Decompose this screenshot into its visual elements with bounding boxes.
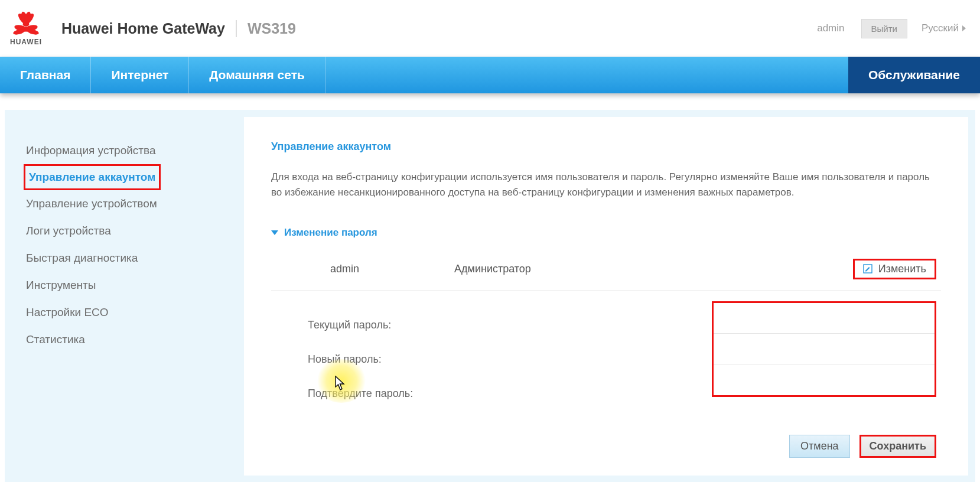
page-description: Для входа на веб-страницу конфигурации и…	[271, 170, 941, 201]
new-password-input[interactable]	[714, 334, 935, 364]
user-row-username: admin	[271, 263, 454, 275]
sidebar-item-quick-diagnostics[interactable]: Быстрая диагностика	[24, 245, 226, 272]
nav-maintenance[interactable]: Обслуживание	[848, 57, 980, 93]
confirm-password-label: Подтвердите пароль:	[308, 387, 568, 400]
model-name: WS319	[236, 20, 296, 37]
huawei-logo-icon	[8, 11, 44, 37]
current-user: admin	[817, 22, 844, 34]
user-row-role: Администратор	[454, 263, 679, 275]
language-selector[interactable]: Русский	[922, 22, 966, 34]
cancel-button[interactable]: Отмена	[789, 435, 850, 458]
edit-user-button[interactable]: Изменить	[853, 259, 936, 279]
change-password-section-label: Изменение пароля	[284, 227, 377, 239]
brand-logo: HUAWEI	[8, 11, 44, 46]
sidebar-item-statistics[interactable]: Статистика	[24, 326, 226, 353]
new-password-label: Новый пароль:	[308, 353, 568, 366]
main-nav: Главная Интернет Домашняя сеть Обслужива…	[0, 57, 980, 93]
language-label: Русский	[922, 22, 959, 34]
sidebar-item-device-info[interactable]: Информация устройства	[24, 137, 226, 164]
edit-user-label: Изменить	[878, 263, 926, 275]
password-inputs-group	[712, 301, 936, 397]
edit-icon	[863, 264, 872, 273]
nav-home-network[interactable]: Домашняя сеть	[189, 57, 325, 93]
sidebar-item-account-management[interactable]: Управление аккаунтом	[24, 164, 161, 190]
password-form: Текущий пароль: Новый пароль: Подтвердит…	[271, 291, 941, 411]
page-title: Управление аккаунтом	[271, 141, 941, 153]
content-area: Информация устройства Управление аккаунт…	[5, 110, 975, 482]
change-password-section-toggle[interactable]: Изменение пароля	[271, 227, 941, 239]
sidebar-item-tools[interactable]: Инструменты	[24, 272, 226, 299]
sidebar-item-device-management[interactable]: Управление устройством	[24, 190, 226, 217]
logout-button[interactable]: Выйти	[861, 19, 907, 38]
chevron-down-icon	[271, 230, 278, 235]
confirm-password-input[interactable]	[714, 364, 935, 395]
user-row: admin Администратор Изменить	[271, 255, 941, 291]
sidebar-item-eco-settings[interactable]: Настройки ECO	[24, 299, 226, 326]
save-button[interactable]: Сохранить	[859, 435, 936, 458]
logo-caption: HUAWEI	[10, 38, 42, 46]
nav-internet[interactable]: Интернет	[91, 57, 189, 93]
current-password-input[interactable]	[714, 303, 935, 334]
sidebar: Информация устройства Управление аккаунт…	[5, 110, 244, 482]
top-header: HUAWEI Huawei Home GateWay WS319 admin В…	[0, 0, 980, 57]
current-password-label: Текущий пароль:	[308, 319, 568, 331]
brand-title: Huawei Home GateWay	[61, 20, 225, 37]
nav-home[interactable]: Главная	[0, 57, 91, 93]
caret-right-icon	[962, 25, 966, 31]
form-buttons: Отмена Сохранить	[271, 435, 941, 458]
main-panel: Управление аккаунтом Для входа на веб-ст…	[244, 117, 968, 476]
sidebar-item-device-logs[interactable]: Логи устройства	[24, 217, 226, 245]
